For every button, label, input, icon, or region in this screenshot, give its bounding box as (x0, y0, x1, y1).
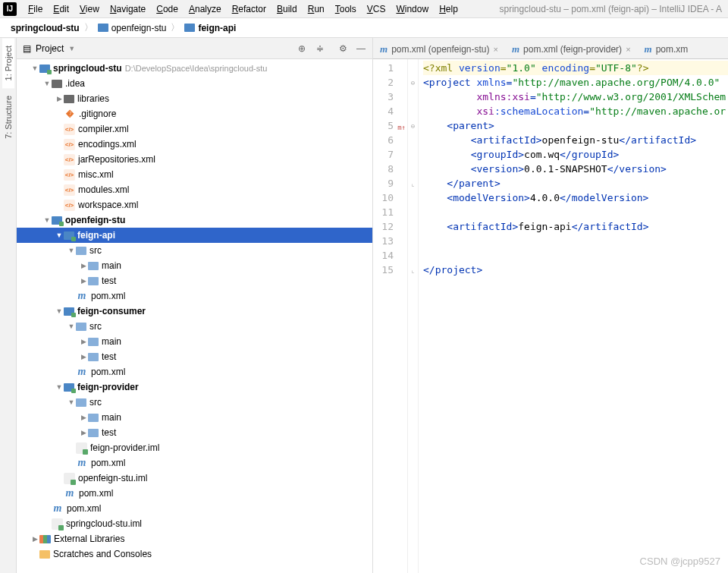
menu-help[interactable]: Help (434, 4, 463, 14)
fold-column[interactable]: ⊖⊖⌞⌞ (408, 59, 419, 573)
tree-row[interactable]: ▼openfeign-stu (17, 213, 372, 228)
tree-row[interactable]: ▶main (17, 334, 372, 349)
tree-row[interactable]: </>compiler.xml (17, 121, 372, 137)
tree-row[interactable]: Scratches and Consoles (17, 546, 372, 562)
editor-area: mpom.xml (openfeign-stu)× mpom.xml (feig… (373, 38, 728, 573)
chevron-down-icon[interactable]: ▼ (55, 383, 64, 391)
project-tree[interactable]: ▼springcloud-stuD:\DevelopSpace\Idea\spr… (17, 59, 372, 573)
close-icon[interactable]: × (494, 45, 498, 54)
tree-row[interactable]: ▶External Libraries (17, 531, 372, 546)
chevron-down-icon[interactable]: ▼ (30, 65, 39, 72)
editor-body[interactable]: 12345m↑6789101112131415 ⊖⊖⌞⌞ <?xml versi… (373, 59, 728, 573)
editor-tab[interactable]: mpom.xml (openfeign-stu)× (373, 39, 505, 58)
tree-row[interactable]: ▼feign-api (17, 228, 372, 243)
menu-window[interactable]: Window (391, 4, 434, 14)
tree-row[interactable]: ▼.idea (17, 76, 372, 91)
chevron-down-icon[interactable]: ▼ (67, 247, 76, 254)
menu-build[interactable]: Build (271, 4, 303, 14)
tree-row[interactable]: mpom.xml (17, 364, 372, 379)
menu-tools[interactable]: Tools (330, 4, 362, 14)
menu-run[interactable]: Run (303, 4, 330, 14)
tree-row[interactable]: ▼src (17, 395, 372, 410)
tree-row[interactable]: </>encodings.xml (17, 137, 372, 152)
tree-label: .idea (65, 78, 85, 89)
tree-row[interactable]: mpom.xml (17, 288, 372, 304)
tree-row[interactable]: </>misc.xml (17, 167, 372, 182)
breadcrumb-item[interactable]: feign-api (181, 23, 239, 33)
hide-icon[interactable]: — (356, 43, 366, 54)
gear-icon[interactable]: ⚙ (337, 43, 348, 54)
iml-icon (76, 442, 87, 454)
tree-row[interactable]: mpom.xml (17, 486, 372, 501)
code-content[interactable]: <?xml version="1.0" encoding="UTF-8"?> <… (419, 59, 728, 573)
chevron-right-icon[interactable]: ▶ (79, 262, 88, 269)
chevron-down-icon[interactable]: ▼ (67, 398, 76, 406)
tree-row[interactable]: ▼src (17, 243, 372, 258)
panel-title[interactable]: Project (36, 43, 64, 54)
tree-row[interactable]: ▶test (17, 425, 372, 440)
tree-row[interactable]: ▶libraries (17, 91, 372, 106)
menu-file[interactable]: File (23, 4, 48, 14)
folder-icon (98, 24, 108, 32)
tree-row[interactable]: ▶main (17, 258, 372, 273)
chevron-down-icon[interactable]: ▼ (42, 216, 52, 224)
maven-icon: m (645, 43, 652, 55)
chevron-down-icon[interactable]: ▼ (42, 80, 52, 87)
chevron-down-icon[interactable]: ▼ (55, 307, 64, 315)
menu-vcs[interactable]: VCS (362, 4, 391, 14)
tree-row[interactable]: ▼feign-consumer (17, 304, 372, 319)
scratch-icon (39, 550, 50, 559)
menu-code[interactable]: Code (151, 4, 184, 14)
tree-row[interactable]: mpom.xml (17, 455, 372, 471)
chevron-right-icon[interactable]: ▶ (79, 338, 88, 345)
tree-row[interactable]: </>workspace.xml (17, 197, 372, 213)
close-icon[interactable]: × (626, 45, 630, 54)
menu-analyze[interactable]: Analyze (184, 4, 227, 14)
chevron-right-icon[interactable]: ▶ (79, 277, 88, 285)
menu-edit[interactable]: Edit (48, 4, 74, 14)
menu-view[interactable]: View (74, 4, 105, 14)
tree-row[interactable]: ▶test (17, 349, 372, 364)
select-opened-file-icon[interactable]: ⊕ (297, 43, 307, 54)
tree-row[interactable]: springcloud-stu.iml (17, 516, 372, 531)
tab-project[interactable]: 1: Project (2, 38, 14, 88)
breadcrumb-item[interactable]: springcloud-stu (8, 23, 83, 33)
line-gutter[interactable]: 12345m↑6789101112131415 (373, 59, 408, 573)
tree-row[interactable]: mpom.xml (17, 501, 372, 516)
tree-row[interactable]: </>jarRepositories.xml (17, 152, 372, 167)
tree-label: springcloud-stu (53, 63, 122, 74)
chevron-down-icon[interactable]: ▼ (55, 231, 64, 239)
chevron-right-icon[interactable]: ▶ (55, 95, 64, 102)
expand-all-icon[interactable]: ≑ (315, 43, 325, 54)
chevron-right-icon[interactable]: ▶ (79, 429, 88, 436)
menu-navigate[interactable]: Navigate (105, 4, 151, 14)
tree-row[interactable]: ▶test (17, 273, 372, 288)
dropdown-icon[interactable]: ▼ (68, 45, 75, 52)
tree-label: pom.xml (91, 458, 125, 468)
chevron-down-icon[interactable]: ▼ (67, 323, 76, 330)
xml-icon: </> (64, 139, 75, 150)
tree-row[interactable]: ▶main (17, 410, 372, 425)
chevron-right-icon[interactable]: ▶ (79, 353, 88, 360)
tree-label: modules.xml (78, 184, 129, 195)
tree-row[interactable]: ▼springcloud-stuD:\DevelopSpace\Idea\spr… (17, 61, 372, 76)
tree-label: jarRepositories.xml (78, 154, 155, 165)
tree-row[interactable]: �.gitignore (17, 106, 372, 121)
tree-row[interactable]: ▼feign-provider (17, 379, 372, 395)
folder-icon (76, 323, 86, 331)
folder-icon (76, 398, 86, 407)
editor-tab[interactable]: mpom.xml (feign-provider)× (505, 39, 638, 58)
folder-icon (88, 353, 99, 361)
editor-tab[interactable]: mpom.xm (638, 39, 695, 58)
tab-structure[interactable]: 7: Structure (2, 88, 14, 146)
tree-row[interactable]: ▼src (17, 319, 372, 334)
tree-row[interactable]: </>modules.xml (17, 182, 372, 197)
breadcrumb-item[interactable]: openfeign-stu (95, 23, 170, 33)
tree-row[interactable]: feign-provider.iml (17, 440, 372, 455)
tree-label: misc.xml (78, 169, 114, 180)
tree-row[interactable]: openfeign-stu.iml (17, 471, 372, 486)
menu-refactor[interactable]: Refactor (227, 4, 271, 14)
tree-label: pom.xml (79, 488, 113, 499)
chevron-right-icon[interactable]: ▶ (79, 414, 88, 421)
chevron-right-icon[interactable]: ▶ (30, 535, 39, 543)
